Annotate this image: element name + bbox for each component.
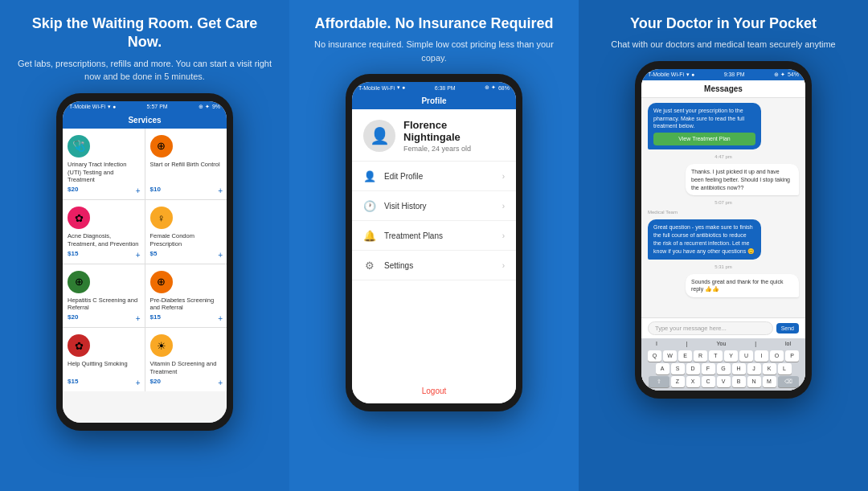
service-item-smoking[interactable]: ✿ Help Quitting Smoking $15 + bbox=[63, 328, 145, 391]
left-panel-title: Skip the Waiting Room. Get Care Now. bbox=[16, 14, 273, 52]
key-a[interactable]: A bbox=[656, 363, 669, 374]
key-s[interactable]: S bbox=[671, 363, 685, 374]
key-g[interactable]: G bbox=[717, 363, 731, 374]
menu-item-settings[interactable]: ⚙ Settings › bbox=[352, 251, 516, 280]
message-input-bar: Type your message here... Send bbox=[641, 317, 805, 338]
service-icon-bc: ⊕ bbox=[150, 135, 173, 158]
service-name-hep: Hepatitis C Screening and Referral bbox=[68, 297, 140, 313]
menu-item-treatment-plans[interactable]: 🔔 Treatment Plans › bbox=[352, 221, 516, 251]
app-header-left: Services bbox=[63, 113, 227, 129]
service-icon-vitamind: ☀ bbox=[150, 334, 173, 357]
key-d[interactable]: D bbox=[686, 363, 700, 374]
service-icon-diabetes: ⊕ bbox=[150, 271, 173, 293]
service-add-hep[interactable]: + bbox=[136, 314, 141, 323]
status-bar-left: T-Mobile Wi-Fi ▾ ● 5:57 PM ⊕ ✦ 9% bbox=[63, 101, 227, 113]
settings-icon: ⚙ bbox=[363, 259, 376, 272]
key-l[interactable]: L bbox=[778, 363, 792, 374]
service-add-diabetes[interactable]: + bbox=[218, 314, 223, 323]
service-icon-acne: ✿ bbox=[68, 207, 90, 229]
key-y[interactable]: Y bbox=[724, 350, 738, 362]
history-icon: 🕐 bbox=[363, 199, 376, 212]
key-k[interactable]: K bbox=[763, 363, 776, 374]
service-item-bc[interactable]: ⊕ Start or Refill Birth Control $10 + bbox=[145, 129, 227, 199]
key-u[interactable]: U bbox=[739, 350, 753, 362]
service-name-vitamind: Vitamin D Screening and Treatment bbox=[150, 360, 223, 376]
chevron-right-icon-2: › bbox=[502, 202, 505, 211]
key-j[interactable]: J bbox=[747, 363, 761, 374]
service-item-condom[interactable]: ♀ Female Condom Prescription $5 + bbox=[145, 200, 227, 264]
service-name-diabetes: Pre-Diabetes Screening and Referral bbox=[150, 297, 223, 313]
key-p[interactable]: P bbox=[785, 350, 799, 362]
service-item-hep[interactable]: ⊕ Hepatitis C Screening and Referral $20… bbox=[63, 264, 145, 328]
service-name-smoking: Help Quitting Smoking bbox=[68, 360, 128, 376]
service-add-condom[interactable]: + bbox=[218, 251, 223, 260]
key-v[interactable]: V bbox=[717, 376, 731, 387]
key-t[interactable]: T bbox=[709, 350, 723, 362]
chevron-right-icon-4: › bbox=[502, 261, 505, 270]
key-n[interactable]: N bbox=[747, 376, 761, 387]
service-add-acne[interactable]: + bbox=[136, 251, 141, 260]
key-x[interactable]: X bbox=[686, 376, 700, 387]
key-f[interactable]: F bbox=[702, 363, 715, 374]
service-add-smoking[interactable]: + bbox=[136, 378, 141, 387]
menu-item-edit-profile[interactable]: 👤 Edit Profile › bbox=[352, 162, 516, 191]
service-add-uti[interactable]: + bbox=[136, 186, 141, 195]
msg-timestamp-2: 5:07 pm bbox=[648, 200, 799, 205]
service-name-bc: Start or Refill Birth Control bbox=[150, 161, 220, 184]
key-e[interactable]: E bbox=[678, 350, 692, 362]
chevron-right-icon: › bbox=[502, 172, 505, 181]
key-m[interactable]: M bbox=[763, 376, 776, 387]
key-c[interactable]: C bbox=[702, 376, 715, 387]
phone-screen-middle: T-Mobile Wi-Fi ▾ ● 6:38 PM ⊕ ✦ 68% Profi… bbox=[352, 82, 516, 403]
key-i[interactable]: I bbox=[755, 350, 768, 362]
menu-label-settings: Settings bbox=[384, 261, 494, 270]
keyboard-row-2: A S D F G H J K L bbox=[643, 363, 804, 374]
service-price-condom: $5 bbox=[150, 250, 158, 257]
phone-screen-left: T-Mobile Wi-Fi ▾ ● 5:57 PM ⊕ ✦ 9% Servic… bbox=[63, 101, 227, 423]
service-item-vitamind[interactable]: ☀ Vitamin D Screening and Treatment $20 … bbox=[145, 328, 227, 391]
messages-screen: We just sent your prescription to the ph… bbox=[641, 98, 805, 391]
send-button[interactable]: Send bbox=[776, 323, 799, 333]
service-item-diabetes[interactable]: ⊕ Pre-Diabetes Screening and Referral $1… bbox=[145, 264, 227, 328]
phone-frame-right: T-Mobile Wi-Fi ▾ ● 9:38 PM ⊕ ✦ 54% Messa… bbox=[635, 61, 812, 399]
services-screen: 🩺 Urinary Tract Infection (UTI) Testing … bbox=[63, 129, 227, 423]
message-medical-1: Great question - yes make sure to finish… bbox=[648, 219, 761, 259]
message-input[interactable]: Type your message here... bbox=[648, 321, 773, 335]
key-q[interactable]: Q bbox=[648, 350, 661, 362]
view-plan-button[interactable]: View Treatment Plan bbox=[653, 133, 755, 145]
key-r[interactable]: R bbox=[694, 350, 707, 362]
avatar: 👤 bbox=[363, 120, 395, 152]
profile-name: Florence Nightingale bbox=[403, 119, 505, 143]
service-price-diabetes: $15 bbox=[150, 313, 161, 321]
service-item-uti[interactable]: 🩺 Urinary Tract Infection (UTI) Testing … bbox=[63, 129, 145, 199]
left-panel-subtitle: Get labs, prescriptions, refills and mor… bbox=[16, 57, 273, 84]
service-price-smoking: $15 bbox=[68, 378, 78, 385]
service-add-bc[interactable]: + bbox=[218, 186, 223, 195]
key-b[interactable]: B bbox=[732, 376, 746, 387]
service-icon-hep: ⊕ bbox=[68, 271, 90, 293]
chevron-right-icon-3: › bbox=[502, 231, 505, 240]
message-sent-2: Sounds great and thank for the quick rep… bbox=[686, 274, 799, 298]
services-grid: 🩺 Urinary Tract Infection (UTI) Testing … bbox=[63, 129, 227, 391]
key-delete[interactable]: ⌫ bbox=[778, 376, 799, 387]
key-shift[interactable]: ⇧ bbox=[649, 376, 669, 387]
service-price-bc: $10 bbox=[150, 186, 161, 193]
key-o[interactable]: O bbox=[770, 350, 784, 362]
phone-frame-left: T-Mobile Wi-Fi ▾ ● 5:57 PM ⊕ ✦ 9% Servic… bbox=[56, 93, 233, 431]
logout-button[interactable]: Logout bbox=[352, 378, 516, 403]
service-item-acne[interactable]: ✿ Acne Diagnosis, Treatment, and Prevent… bbox=[63, 200, 145, 264]
msg-timestamp-3: 5:31 pm bbox=[648, 264, 799, 269]
profile-header: 👤 Florence Nightingale Female, 24 years … bbox=[352, 109, 516, 162]
service-add-vitamind[interactable]: + bbox=[218, 378, 223, 387]
status-bar-middle: T-Mobile Wi-Fi ▾ ● 6:38 PM ⊕ ✦ 68% bbox=[352, 82, 516, 93]
key-h[interactable]: H bbox=[732, 363, 746, 374]
right-panel-title: Your Doctor in Your Pocket bbox=[630, 14, 817, 33]
status-carrier-left: T-Mobile Wi-Fi ▾ ● bbox=[69, 104, 116, 110]
key-w[interactable]: W bbox=[663, 350, 677, 362]
menu-item-visit-history[interactable]: 🕐 Visit History › bbox=[352, 191, 516, 221]
service-icon-smoking: ✿ bbox=[68, 334, 90, 357]
key-z[interactable]: Z bbox=[671, 376, 685, 387]
keyboard: Q W E R T Y U I O P A S D bbox=[641, 349, 805, 391]
keyboard-row-1: Q W E R T Y U I O P bbox=[643, 350, 804, 362]
messages-body: We just sent your prescription to the ph… bbox=[641, 98, 805, 317]
